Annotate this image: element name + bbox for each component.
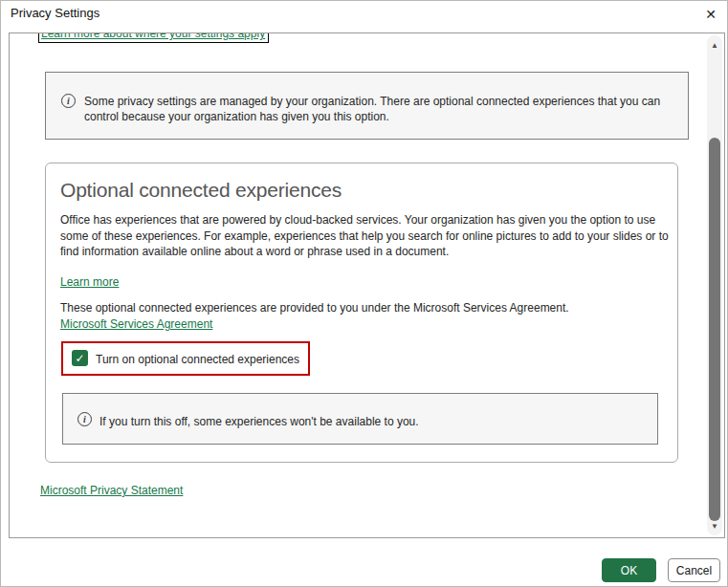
- org-managed-notice: i Some privacy settings are managed by y…: [45, 72, 689, 140]
- settings-scroll-area: Learn more about where your settings app…: [9, 33, 725, 538]
- title-bar: Privacy Settings ✕: [1, 1, 727, 30]
- scroll-down-icon[interactable]: ▼: [707, 522, 722, 531]
- dialog-title: Privacy Settings: [11, 6, 99, 20]
- turn-off-notice: i If you turn this off, some experiences…: [62, 393, 658, 445]
- vertical-scrollbar[interactable]: ▲ ▼: [707, 35, 722, 535]
- dialog-footer: OK Cancel: [1, 538, 727, 587]
- learn-more-link[interactable]: Learn more: [60, 275, 119, 289]
- info-icon: i: [77, 412, 92, 426]
- privacy-settings-dialog: Privacy Settings ✕ Learn more about wher…: [0, 0, 728, 587]
- privacy-statement-link[interactable]: Microsoft Privacy Statement: [40, 484, 183, 497]
- highlight-annotation: ✓ Turn on optional connected experiences: [61, 341, 310, 376]
- optional-experiences-section: Optional connected experiences Office ha…: [45, 163, 678, 463]
- cancel-button[interactable]: Cancel: [668, 558, 720, 582]
- services-agreement-link[interactable]: Microsoft Services Agreement: [60, 317, 212, 331]
- org-managed-notice-text: Some privacy settings are managed by you…: [84, 94, 670, 124]
- section-heading: Optional connected experiences: [60, 179, 342, 202]
- where-settings-apply-link[interactable]: Learn more about where your settings app…: [38, 33, 269, 43]
- section-description: Office has experiences that are powered …: [60, 212, 673, 260]
- close-icon[interactable]: ✕: [700, 4, 721, 25]
- scroll-up-icon[interactable]: ▲: [707, 41, 722, 50]
- ok-button[interactable]: OK: [602, 558, 656, 582]
- turn-off-notice-text: If you turn this off, some experiences w…: [99, 414, 635, 429]
- checkmark-icon: ✓: [75, 353, 84, 364]
- optional-experiences-checkbox[interactable]: ✓: [72, 350, 88, 366]
- info-icon: i: [61, 94, 76, 108]
- scrollbar-thumb[interactable]: [709, 138, 720, 521]
- optional-experiences-checkbox-label[interactable]: Turn on optional connected experiences: [96, 353, 299, 366]
- services-agreement-text: These optional connected experiences are…: [60, 301, 673, 315]
